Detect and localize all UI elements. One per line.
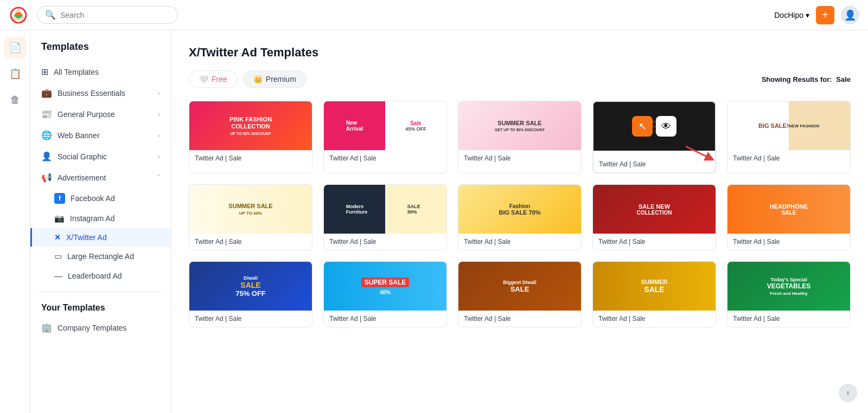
filter-free-btn[interactable]: 🤍 Free bbox=[189, 70, 238, 88]
card-thumb-3: SUMMER SALE GET UP TO 50% DISCOUNT bbox=[458, 101, 581, 150]
text-sidebar: Templates ⊞ All Templates 💼 Business Ess… bbox=[30, 30, 171, 413]
eye-btn[interactable]: 👁 bbox=[656, 116, 676, 137]
template-card-7[interactable]: ModernFurniture SALE30% Twitter Ad | Sal… bbox=[323, 184, 447, 250]
sidebar-sub-twitter[interactable]: ✕ X/Twitter Ad bbox=[30, 228, 171, 247]
avatar[interactable]: 👤 bbox=[841, 6, 859, 24]
sidebar-label-social: Social Graphic bbox=[58, 152, 152, 161]
chevron-right-icon3: › bbox=[158, 132, 160, 139]
topbar-right: DocHipo ▾ + 👤 bbox=[774, 6, 859, 24]
card-label-1: Twitter Ad | Sale bbox=[189, 150, 312, 166]
card-thumb-13: Biggest Diwali SALE bbox=[458, 262, 581, 311]
template-card-1[interactable]: PINK FASHIONCOLLECTION UP TO 50% DISCOUN… bbox=[189, 101, 312, 173]
sidebar-sub-facebook[interactable]: f Facebook Ad bbox=[30, 188, 171, 209]
sidebar-icon-document[interactable]: 📄 bbox=[4, 37, 26, 59]
results-keyword: Sale bbox=[836, 75, 851, 83]
search-input[interactable] bbox=[60, 11, 170, 20]
card-label-13: Twitter Ad | Sale bbox=[458, 311, 581, 327]
card-thumb-8: Fashion BIG SALE 70% bbox=[458, 185, 581, 234]
add-button[interactable]: + bbox=[816, 6, 834, 24]
chevron-right-icon2: › bbox=[158, 111, 160, 118]
card-label-5: Twitter Ad | Sale bbox=[727, 150, 850, 166]
card-label-8: Twitter Ad | Sale bbox=[458, 234, 581, 250]
thumb-biggest-diwali: Biggest Diwali SALE bbox=[458, 262, 581, 311]
template-card-5[interactable]: BIG SALE! NEW FASHION Twitter Ad | Sale bbox=[727, 101, 851, 173]
template-card-11[interactable]: Diwali SALE 75% OFF Twitter Ad | Sale bbox=[189, 261, 312, 327]
template-card-9[interactable]: SALE NEW COLLECTION Twitter Ad | Sale bbox=[592, 184, 716, 250]
sidebar-title: Templates bbox=[30, 41, 171, 61]
results-prefix: Showing Results for: bbox=[762, 75, 832, 83]
card-label-3: Twitter Ad | Sale bbox=[458, 150, 581, 166]
sidebar-label-general: General Purpose bbox=[58, 110, 152, 119]
template-card-13[interactable]: Biggest Diwali SALE Twitter Ad | Sale bbox=[458, 261, 582, 327]
thumb-headphone: HEADPHONE SALE bbox=[727, 185, 850, 234]
chevron-right-icon4: › bbox=[158, 153, 160, 160]
sidebar-item-webbanner[interactable]: 🌐 Web Banner › bbox=[30, 125, 171, 146]
filter-free-label: Free bbox=[212, 75, 227, 83]
sidebar-sub-leaderboard[interactable]: — Leaderboard Ad bbox=[30, 266, 171, 285]
company-icon: 🏢 bbox=[41, 322, 52, 333]
chevron-right-icon: › bbox=[158, 89, 160, 97]
cursor-icon: ↖ bbox=[639, 120, 647, 132]
sidebar-icon-trash[interactable]: 🗑 bbox=[4, 89, 26, 111]
sidebar-sub-instagram[interactable]: 📷 Instagram Ad bbox=[30, 209, 171, 228]
sidebar-item-all-templates[interactable]: ⊞ All Templates bbox=[30, 61, 171, 82]
topbar: 🔍 DocHipo ▾ + 👤 bbox=[0, 0, 868, 30]
sidebar-item-social[interactable]: 👤 Social Graphic › bbox=[30, 146, 171, 167]
sidebar-item-business[interactable]: 💼 Business Essentials › bbox=[30, 82, 171, 104]
content-area: X/Twitter Ad Templates 🤍 Free 👑 Premium … bbox=[171, 30, 868, 413]
card-label-9: Twitter Ad | Sale bbox=[593, 234, 716, 250]
template-grid: PINK FASHIONCOLLECTION UP TO 50% DISCOUN… bbox=[189, 101, 851, 327]
scroll-top-button[interactable]: ↑ bbox=[839, 384, 857, 402]
card-label-15: Twitter Ad | Sale bbox=[727, 311, 850, 327]
cursor-btn[interactable]: ↖ bbox=[632, 116, 653, 137]
sidebar-item-advertisement[interactable]: 📢 Advertisement ˅ bbox=[30, 167, 171, 188]
card-thumb-9: SALE NEW COLLECTION bbox=[593, 185, 716, 234]
template-card-10[interactable]: HEADPHONE SALE Twitter Ad | Sale bbox=[727, 184, 851, 250]
filter-premium-btn[interactable]: 👑 Premium bbox=[243, 70, 307, 88]
template-card-15[interactable]: Today's Special VEGETABLES Fresh and Hea… bbox=[727, 261, 851, 327]
sidebar-item-company[interactable]: 🏢 Company Templates bbox=[30, 317, 171, 338]
chevron-down-icon: ▾ bbox=[806, 11, 809, 20]
svg-line-3 bbox=[686, 146, 710, 158]
globe-icon: 🌐 bbox=[41, 130, 52, 140]
document-icon: 📄 bbox=[9, 42, 21, 54]
facebook-icon: f bbox=[54, 193, 65, 204]
card-thumb-6: SUMMER SALE UP TO 60% bbox=[189, 185, 312, 234]
sidebar-label-company: Company Templates bbox=[58, 324, 160, 332]
thumb-summer-yellow: SUMMER SALE UP TO 60% bbox=[189, 185, 312, 234]
sidebar-label-twitter: X/Twitter Ad bbox=[66, 233, 107, 242]
thumb-super-sale: SUPER SALE 40% bbox=[324, 262, 446, 311]
sidebar-sub-largerect[interactable]: ▭ Large Rectangle Ad bbox=[30, 247, 171, 266]
thumb-modern-furniture: ModernFurniture SALE30% bbox=[324, 185, 446, 234]
thumb-diwali: Diwali SALE 75% OFF bbox=[189, 262, 312, 311]
icon-sidebar: 📄 📋 🗑 bbox=[0, 30, 30, 413]
template-card-14[interactable]: SUMMER SALE Twitter Ad | Sale bbox=[592, 261, 716, 327]
template-card-2[interactable]: NewArrival Sale 45% OFF Twitter Ad | Sal… bbox=[323, 101, 447, 173]
card-thumb-7: ModernFurniture SALE30% bbox=[324, 185, 446, 234]
template-card-4[interactable]: ExclusiveFurnitureFor You ↖ 👁 Select bbox=[592, 101, 716, 173]
thumb-pink-fashion: PINK FASHIONCOLLECTION UP TO 50% DISCOUN… bbox=[189, 101, 312, 150]
template-card-3[interactable]: SUMMER SALE GET UP TO 50% DISCOUNT Twitt… bbox=[458, 101, 582, 173]
template-card-8[interactable]: Fashion BIG SALE 70% Twitter Ad | Sale bbox=[458, 184, 582, 250]
results-label: Showing Results for: Sale bbox=[762, 75, 851, 83]
page-title: X/Twitter Ad Templates bbox=[189, 46, 851, 60]
red-arrow bbox=[686, 141, 716, 165]
template-card-12[interactable]: SUPER SALE 40% Twitter Ad | Sale bbox=[323, 261, 447, 327]
search-icon: 🔍 bbox=[45, 10, 56, 20]
card-label-10: Twitter Ad | Sale bbox=[727, 234, 850, 250]
sidebar-label-largerect: Large Rectangle Ad bbox=[67, 252, 134, 261]
card-label-14: Twitter Ad | Sale bbox=[593, 311, 716, 327]
template-card-6[interactable]: SUMMER SALE UP TO 60% Twitter Ad | Sale bbox=[189, 184, 312, 250]
brand-dropdown[interactable]: DocHipo ▾ bbox=[774, 11, 809, 20]
filter-premium-label: Premium bbox=[266, 75, 296, 83]
sidebar-icon-note[interactable]: 📋 bbox=[4, 63, 26, 85]
grid-icon: ⊞ bbox=[41, 67, 48, 77]
thumb-big-sale: BIG SALE! NEW FASHION bbox=[727, 101, 850, 150]
newspaper-icon: 📰 bbox=[41, 109, 52, 119]
card-thumb-5: BIG SALE! NEW FASHION bbox=[727, 101, 850, 150]
search-bar[interactable]: 🔍 bbox=[37, 6, 178, 24]
logo[interactable] bbox=[9, 5, 28, 25]
briefcase-icon: 💼 bbox=[41, 88, 52, 98]
sidebar-item-general[interactable]: 📰 General Purpose › bbox=[30, 104, 171, 125]
sidebar-label-ad: Advertisement bbox=[58, 173, 151, 182]
